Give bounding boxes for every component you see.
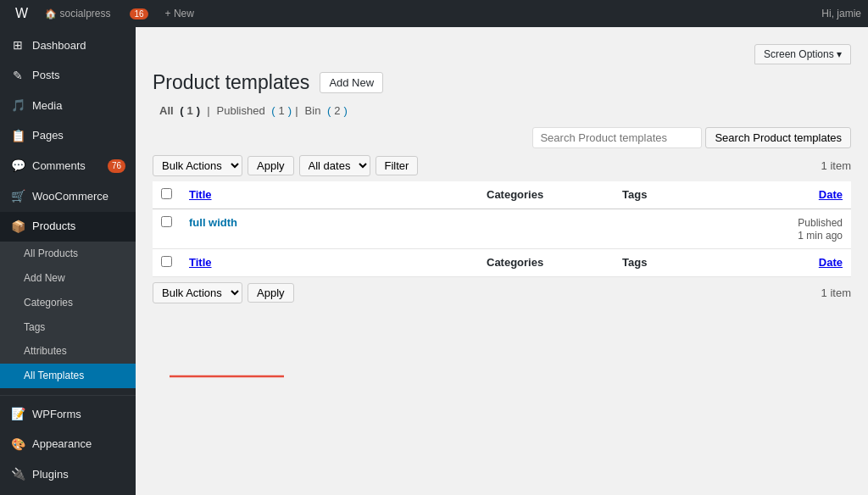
top-filter-row: Bulk Actions Apply All dates Filter 1 it…	[153, 155, 851, 176]
sidebar-label-products: Products	[32, 219, 75, 234]
products-icon: 📦	[10, 219, 25, 236]
col-header-categories: Categories	[478, 181, 614, 209]
col-footer-tags: Tags	[614, 249, 749, 277]
apply-button-bottom[interactable]: Apply	[248, 283, 294, 303]
row-status: Published	[798, 217, 843, 229]
new-item-bar[interactable]: + New	[157, 0, 203, 27]
select-all-checkbox[interactable]	[161, 188, 172, 199]
main-content: Screen Options ▾ Product templates Add N…	[136, 27, 868, 495]
woocommerce-icon: 🛒	[10, 188, 25, 205]
add-new-button[interactable]: Add New	[320, 72, 383, 93]
sidebar-item-attributes[interactable]: Attributes	[0, 339, 136, 364]
row-checkbox-cell	[153, 209, 181, 249]
select-all-footer-checkbox[interactable]	[161, 256, 172, 267]
all-dates-select[interactable]: All dates	[299, 155, 370, 176]
sidebar-item-posts[interactable]: ✎ Posts	[0, 61, 136, 92]
comments-badge: 76	[108, 159, 125, 173]
sidebar-item-dashboard[interactable]: ⊞ Dashboard	[0, 31, 136, 61]
row-title-link[interactable]: full width	[189, 216, 237, 229]
subsubsub-nav: All (1) | Published (1) | Bin (2)	[153, 104, 851, 117]
sidebar-item-all-templates[interactable]: All Templates	[0, 364, 136, 388]
row-tags-cell	[614, 209, 749, 249]
sidebar-item-products[interactable]: 📦 Products	[0, 212, 136, 242]
page-title: Product templates	[153, 71, 309, 94]
sidebar-item-wpforms[interactable]: 📝 WPForms	[0, 399, 136, 430]
bulk-actions-select-top[interactable]: Bulk Actions	[153, 155, 242, 176]
sidebar-label-posts: Posts	[32, 68, 60, 83]
hi-user-label: Hi, jamie	[821, 8, 861, 19]
apply-button-top[interactable]: Apply	[248, 156, 294, 175]
all-products-label: All Products	[24, 247, 78, 261]
sidebar-item-add-new[interactable]: Add New	[0, 266, 136, 291]
filter-button[interactable]: Filter	[376, 156, 419, 175]
plugins-icon: 🔌	[10, 466, 25, 483]
products-table: Title Categories Tags Date	[153, 181, 851, 277]
sidebar-label-comments: Comments	[32, 159, 86, 174]
appearance-label: Appearance	[32, 437, 92, 452]
all-templates-label: All Templates	[24, 369, 84, 383]
screen-options-button[interactable]: Screen Options ▾	[754, 44, 851, 64]
add-new-label: Add New	[24, 271, 65, 286]
appearance-icon: 🎨	[10, 437, 25, 453]
sidebar-label-pages: Pages	[32, 128, 64, 143]
wpforms-label: WPForms	[32, 407, 81, 422]
pages-icon: 📋	[10, 128, 25, 145]
date-sort-link-footer[interactable]: Date	[819, 256, 843, 269]
sidebar-item-media[interactable]: 🎵 Media	[0, 91, 136, 121]
row-date-cell: Published 1 min ago	[749, 209, 851, 249]
search-button[interactable]: Search Product templates	[705, 127, 851, 148]
comments-icon: 💬	[10, 158, 25, 175]
categories-label: Categories	[24, 296, 73, 310]
title-sort-link-footer[interactable]: Title	[189, 256, 212, 269]
wpforms-icon: 📝	[10, 406, 25, 423]
table-row: full width Published 1 min ago	[153, 209, 851, 249]
sidebar-label-woocommerce: WooCommerce	[32, 189, 108, 204]
sidebar-label-dashboard: Dashboard	[32, 38, 86, 53]
bottom-filter-row: Bulk Actions Apply 1 item	[153, 282, 851, 303]
row-categories-cell	[478, 209, 614, 249]
page-header: Product templates Add New	[153, 71, 851, 94]
sidebar-item-appearance[interactable]: 🎨 Appearance	[0, 430, 136, 460]
separator-1: |	[203, 104, 213, 117]
sidebar-item-all-products[interactable]: All Products	[0, 242, 136, 266]
sidebar-item-pages[interactable]: 📋 Pages	[0, 121, 136, 152]
sidebar: ⊞ Dashboard ✎ Posts 🎵 Media 📋 Pages 💬 Co…	[0, 27, 136, 495]
title-sort-link[interactable]: Title	[189, 188, 212, 201]
screen-options-bar: Screen Options ▾	[153, 44, 851, 64]
sidebar-item-users[interactable]: 👤 Users	[0, 490, 136, 495]
sidebar-item-tags[interactable]: Tags	[0, 315, 136, 340]
plugins-label: Plugins	[32, 467, 69, 482]
admin-bar: W 🏠 socialpress 16 + New Hi, jamie	[0, 0, 868, 27]
col-footer-title: Title	[181, 249, 478, 277]
search-input[interactable]	[532, 127, 702, 148]
products-submenu: All Products Add New Categories Tags Att…	[0, 242, 136, 388]
wp-logo[interactable]: W	[7, 0, 36, 27]
row-checkbox[interactable]	[161, 216, 172, 227]
date-sort-link[interactable]: Date	[819, 188, 843, 201]
bulk-actions-select-bottom[interactable]: Bulk Actions	[153, 282, 242, 303]
sidebar-item-categories[interactable]: Categories	[0, 291, 136, 315]
separator-2: |	[292, 104, 301, 117]
col-header-date: Date	[749, 181, 851, 209]
all-filter[interactable]: All (1)	[153, 104, 203, 117]
item-count-top: 1 item	[821, 159, 851, 172]
attributes-label: Attributes	[24, 344, 67, 359]
col-header-title: Title	[181, 181, 478, 209]
search-bar: Search Product templates	[153, 127, 851, 148]
col-footer-categories: Categories	[478, 249, 614, 277]
site-name-bar[interactable]: 🏠 socialpress	[36, 0, 119, 27]
sidebar-item-woocommerce[interactable]: 🛒 WooCommerce	[0, 181, 136, 212]
published-filter[interactable]: Published (1)	[214, 104, 292, 117]
notifications-bar[interactable]: 16	[119, 0, 156, 27]
col-footer-date: Date	[749, 249, 851, 277]
row-date-ago: 1 min ago	[798, 230, 843, 242]
sidebar-item-comments[interactable]: 💬 Comments 76	[0, 151, 136, 181]
bin-filter[interactable]: Bin (2)	[302, 104, 348, 117]
sidebar-item-plugins[interactable]: 🔌 Plugins	[0, 459, 136, 490]
dashboard-icon: ⊞	[10, 37, 25, 54]
col-header-checkbox	[153, 181, 181, 209]
sidebar-label-media: Media	[32, 98, 62, 114]
media-icon: 🎵	[10, 97, 25, 114]
posts-icon: ✎	[10, 68, 25, 85]
item-count-bottom: 1 item	[821, 286, 851, 299]
